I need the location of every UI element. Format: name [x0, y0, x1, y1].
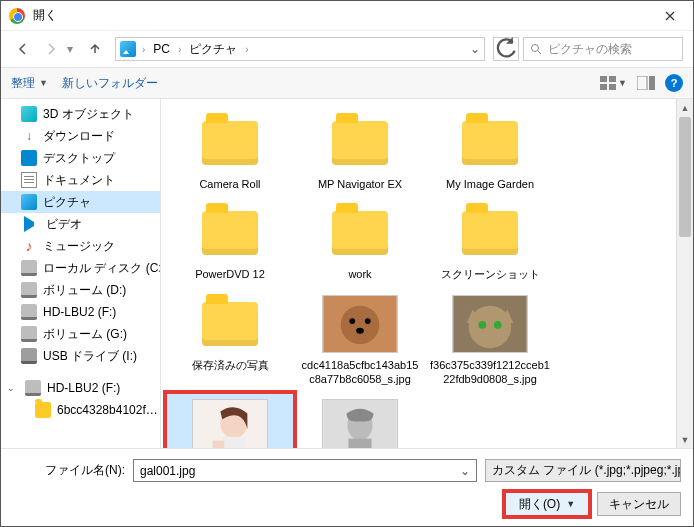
thumbnail — [191, 113, 269, 173]
new-folder-button[interactable]: 新しいフォルダー — [62, 75, 158, 92]
tree-item-label: ドキュメント — [43, 172, 115, 189]
cancel-button[interactable]: キャンセル — [597, 492, 681, 516]
tree-item[interactable]: 3D オブジェクト — [1, 103, 160, 125]
scrollbar-vertical[interactable]: ▲ ▼ — [676, 99, 693, 448]
folder-icon: ↓ — [21, 128, 37, 144]
file-item[interactable]: f36c375c339f1212cceb122fdb9d0808_s.jpg — [425, 288, 555, 393]
tree-item[interactable]: ボリューム (G:) — [1, 323, 160, 345]
folder-icon: ♪ — [21, 238, 37, 254]
tree-item-label: ミュージック — [43, 238, 115, 255]
file-grid: Camera RollMP Navigator EXMy Image Garde… — [161, 99, 676, 448]
navbar: ▾ › PC › ピクチャ › ⌄ ピクチャの検索 — [1, 31, 693, 67]
filename-input[interactable]: gal001.jpg ⌄ — [133, 459, 477, 482]
thumbnail — [191, 294, 269, 354]
tree-item[interactable]: 6bcc4328b4102f… — [1, 399, 160, 421]
svg-rect-21 — [213, 441, 225, 448]
folder-icon — [21, 260, 37, 276]
search-box[interactable]: ピクチャの検索 — [523, 37, 683, 61]
folder-item[interactable]: My Image Garden — [425, 107, 555, 197]
thumbnail — [321, 203, 399, 263]
folder-icon — [21, 304, 37, 320]
item-label: My Image Garden — [446, 177, 534, 191]
tree-item[interactable]: デスクトップ — [1, 147, 160, 169]
tree-item-label: ビデオ — [46, 216, 82, 233]
filter-label: カスタム ファイル (*.jpg;*.pjpeg;*.jp — [492, 462, 681, 479]
chevron-down-icon: ▼ — [39, 78, 48, 88]
folder-icon — [21, 282, 37, 298]
item-label: PowerDVD 12 — [195, 267, 265, 281]
file-item[interactable]: Norma_jean_71.jpg — [295, 392, 425, 448]
tree-item-label: デスクトップ — [43, 150, 115, 167]
back-button[interactable] — [11, 37, 35, 61]
address-bar[interactable]: › PC › ピクチャ › ⌄ — [115, 37, 485, 61]
chevron-down-icon[interactable]: ⌄ — [460, 464, 470, 478]
svg-point-9 — [349, 318, 355, 324]
help-button[interactable]: ? — [665, 74, 683, 92]
file-item[interactable]: cdc4118a5cfbc143ab15c8a77b8c6058_s.jpg — [295, 288, 425, 393]
svg-point-17 — [494, 321, 502, 329]
svg-rect-20 — [222, 437, 245, 448]
svg-rect-5 — [637, 76, 647, 90]
svg-rect-6 — [649, 76, 655, 90]
titlebar: 開く — [1, 1, 693, 31]
refresh-button[interactable] — [493, 37, 519, 61]
drive-icon — [25, 380, 41, 396]
folder-icon — [21, 106, 37, 122]
up-button[interactable] — [83, 37, 107, 61]
split-dropdown-icon[interactable]: ▼ — [566, 499, 575, 509]
folder-icon — [35, 402, 51, 418]
svg-point-16 — [478, 321, 486, 329]
file-item[interactable]: gal001.jpg — [165, 392, 295, 448]
folder-icon — [21, 326, 37, 342]
scroll-up-button[interactable]: ▲ — [677, 99, 693, 116]
tree-item[interactable]: ⌄HD-LBU2 (F:) — [1, 377, 160, 399]
tree-item[interactable]: HD-LBU2 (F:) — [1, 301, 160, 323]
folder-item[interactable]: PowerDVD 12 — [165, 197, 295, 287]
preview-pane-button[interactable] — [635, 72, 657, 94]
tree-item[interactable]: USB ドライブ (I:) — [1, 345, 160, 367]
item-label: 保存済みの写真 — [192, 358, 269, 372]
folder-item[interactable]: work — [295, 197, 425, 287]
folder-item[interactable]: MP Navigator EX — [295, 107, 425, 197]
breadcrumb-pc[interactable]: PC — [151, 42, 172, 56]
close-button[interactable] — [647, 1, 693, 31]
svg-rect-4 — [609, 84, 616, 90]
folder-item[interactable]: スクリーンショット — [425, 197, 555, 287]
view-options-button[interactable] — [598, 72, 620, 94]
svg-point-0 — [532, 45, 539, 52]
tree-item[interactable]: ローカル ディスク (C:) — [1, 257, 160, 279]
tree-item-label: USB ドライブ (I:) — [43, 348, 137, 365]
chrome-icon — [9, 8, 25, 24]
collapse-icon[interactable]: ⌄ — [7, 383, 17, 393]
item-label: MP Navigator EX — [318, 177, 402, 191]
address-dropdown[interactable]: ⌄ — [470, 42, 480, 56]
svg-point-8 — [341, 305, 380, 344]
tree-item[interactable]: ♪ミュージック — [1, 235, 160, 257]
tree-item-label: ローカル ディスク (C:) — [43, 260, 160, 277]
organize-menu[interactable]: 整理 — [11, 75, 35, 92]
thumbnail — [191, 398, 269, 448]
folder-item[interactable]: 保存済みの写真 — [165, 288, 295, 393]
scrollbar-thumb[interactable] — [679, 117, 691, 237]
tree-item[interactable]: ビデオ — [1, 213, 160, 235]
tree-item[interactable]: ボリューム (D:) — [1, 279, 160, 301]
svg-rect-3 — [600, 84, 607, 90]
open-button[interactable]: 開く(O) ▼ — [505, 492, 589, 516]
breadcrumb-folder[interactable]: ピクチャ — [187, 41, 239, 58]
window-title: 開く — [33, 7, 647, 24]
forward-button[interactable] — [39, 37, 63, 61]
tree-item[interactable]: ピクチャ — [1, 191, 160, 213]
scroll-down-button[interactable]: ▼ — [677, 431, 693, 448]
tree-item-label: HD-LBU2 (F:) — [43, 305, 116, 319]
svg-rect-24 — [348, 439, 371, 448]
thumbnail — [191, 203, 269, 263]
filetype-filter[interactable]: カスタム ファイル (*.jpg;*.pjpeg;*.jp ⌄ — [485, 459, 681, 482]
tree-item[interactable]: ↓ダウンロード — [1, 125, 160, 147]
tree-item[interactable]: ドキュメント — [1, 169, 160, 191]
history-dropdown[interactable]: ▾ — [67, 42, 79, 56]
thumbnail — [451, 203, 529, 263]
folder-item[interactable]: Camera Roll — [165, 107, 295, 197]
chevron-right-icon: › — [140, 44, 147, 55]
item-label: スクリーンショット — [441, 267, 540, 281]
item-label: work — [348, 267, 371, 281]
